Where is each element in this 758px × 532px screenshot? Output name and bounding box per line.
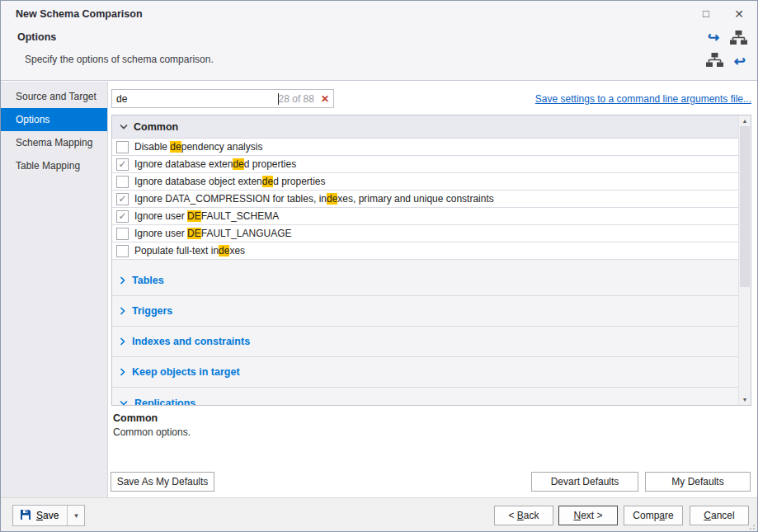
- option-label: Ignore user DEFAULT_LANGUAGE: [134, 228, 292, 239]
- redo-arrow-icon: ↪: [708, 31, 719, 45]
- checkbox[interactable]: ✓: [116, 210, 129, 223]
- checkbox[interactable]: ✓: [116, 245, 129, 257]
- section-label: Common: [134, 121, 178, 133]
- save-button[interactable]: Save: [13, 506, 67, 525]
- option-row-ignore-database-extended-properties[interactable]: ✓ Ignore database extended properties: [112, 156, 738, 173]
- option-label: Ignore database extended properties: [134, 158, 296, 170]
- sidebar-item-options[interactable]: Options: [1, 108, 107, 131]
- option-filter-box[interactable]: 28 of 88 ✕: [111, 89, 334, 108]
- option-row-ignore-user-default-language[interactable]: ✓ Ignore user DEFAULT_LANGUAGE: [112, 225, 738, 242]
- section-label: Indexes and constraints: [132, 336, 250, 347]
- option-label: Populate full-text indexes: [134, 245, 245, 257]
- resize-grip[interactable]: [747, 521, 756, 530]
- section-label: Replications: [134, 398, 195, 407]
- page-subtitle: Specify the options of schema comparison…: [25, 54, 214, 65]
- scrollbar-thumb[interactable]: [740, 126, 750, 287]
- scroll-down-button[interactable]: ▼: [739, 394, 751, 405]
- search-highlight: DE: [187, 210, 201, 222]
- option-label: Ignore DATA_COMPRESSION for tables, inde…: [134, 193, 494, 205]
- undo-arrow-icon: ↩: [734, 54, 746, 68]
- section-header-indexes-and-constraints[interactable]: Indexes and constraints: [112, 327, 738, 357]
- dialog-footer: Save ▼ < Back Next > Compare Cancel: [1, 497, 757, 531]
- scroll-down-icon: ▼: [742, 397, 748, 403]
- sidebar-item-table-mapping[interactable]: Table Mapping: [1, 154, 107, 177]
- checkbox[interactable]: ✓: [116, 228, 129, 240]
- my-defaults-button[interactable]: My Defaults: [645, 472, 751, 492]
- chevron-right-icon: [120, 337, 125, 346]
- section-header-replications[interactable]: Replications: [112, 388, 738, 406]
- scroll-up-icon: ▲: [742, 118, 748, 124]
- option-row-ignore-user-default-schema[interactable]: ✓ Ignore user DEFAULT_SCHEMA: [112, 208, 738, 225]
- common-options-list: ✓ Disable dependency analysis ✓ Ignore d…: [112, 139, 738, 260]
- sidebar-item-schema-mapping[interactable]: Schema Mapping: [1, 131, 107, 154]
- window-title: New Schema Comparison: [16, 8, 143, 20]
- option-description-title: Common: [113, 412, 158, 424]
- search-highlight: DE: [187, 228, 201, 239]
- scroll-up-button[interactable]: ▲: [739, 115, 751, 126]
- save-split-button: Save ▼: [12, 505, 85, 526]
- section-header-keep-objects-in-target[interactable]: Keep objects in target: [112, 357, 738, 388]
- search-highlight: de: [233, 158, 243, 170]
- maximize-button[interactable]: □: [694, 5, 718, 23]
- back-button[interactable]: < Back: [494, 506, 553, 525]
- page-title: Options: [17, 31, 56, 43]
- option-label: Ignore database object extended properti…: [134, 176, 326, 187]
- save-settings-link[interactable]: Save settings to a command line argument…: [535, 93, 751, 105]
- cancel-button[interactable]: Cancel: [690, 506, 749, 525]
- option-row-populate-full-text-indexes[interactable]: ✓ Populate full-text indexes: [112, 242, 738, 260]
- option-description-text: Common options.: [113, 426, 191, 438]
- compare-button[interactable]: Compare: [624, 506, 683, 525]
- options-page: 28 of 88 ✕ Save settings to a command li…: [109, 82, 758, 499]
- option-label: Disable dependency analysis: [134, 141, 262, 153]
- clear-search-button[interactable]: ✕: [321, 93, 329, 105]
- devart-defaults-button[interactable]: Devart Defaults: [531, 472, 638, 492]
- chevron-down-icon: [120, 400, 128, 406]
- save-button-label: Save: [36, 510, 59, 521]
- save-dropdown-button[interactable]: ▼: [67, 506, 84, 525]
- chevron-right-icon: [120, 276, 125, 285]
- section-header-tables[interactable]: Tables: [112, 266, 738, 296]
- dialog-header: New Schema Comparison □ ✕ Options Specif…: [1, 1, 757, 81]
- wizard-steps-sidebar: Source and Target Options Schema Mapping…: [1, 82, 108, 499]
- search-highlight: de: [327, 193, 337, 205]
- checkbox[interactable]: ✓: [116, 141, 129, 153]
- next-button[interactable]: Next >: [558, 506, 618, 525]
- chevron-right-icon: [120, 368, 125, 376]
- section-label: Keep objects in target: [132, 366, 240, 378]
- close-icon: ✕: [734, 7, 744, 21]
- maximize-icon: □: [703, 7, 709, 20]
- match-count: 28 of 88: [279, 93, 314, 105]
- checkbox[interactable]: ✓: [116, 176, 129, 188]
- search-highlight: de: [170, 141, 181, 153]
- search-highlight: de: [262, 176, 273, 187]
- clear-icon: ✕: [321, 93, 329, 105]
- sidebar-item-source-and-target[interactable]: Source and Target: [1, 85, 107, 108]
- chevron-down-icon: [120, 124, 128, 129]
- section-label: Tables: [132, 275, 164, 286]
- new-schema-comparison-dialog: New Schema Comparison □ ✕ Options Specif…: [0, 0, 758, 532]
- schema-tree-icon: [706, 53, 723, 67]
- chevron-right-icon: [120, 307, 125, 315]
- schema-tree-icon: [730, 31, 747, 45]
- option-row-ignore-database-object-extended-properties[interactable]: ✓ Ignore database object extended proper…: [112, 173, 738, 191]
- option-label: Ignore user DEFAULT_SCHEMA: [134, 210, 279, 222]
- save-as-my-defaults-button[interactable]: Save As My Defaults: [111, 472, 214, 492]
- option-row-disable-dependency-analysis[interactable]: ✓ Disable dependency analysis: [112, 139, 738, 156]
- section-header-common[interactable]: Common: [112, 115, 738, 139]
- collapsed-sections: Tables Triggers Indexes and constraints …: [112, 266, 738, 406]
- option-row-ignore-data-compression[interactable]: ✓ Ignore DATA_COMPRESSION for tables, in…: [112, 191, 738, 208]
- save-floppy-icon: [20, 509, 31, 523]
- vertical-scrollbar[interactable]: ▲ ▼: [738, 115, 751, 405]
- dropdown-arrow-icon: ▼: [73, 512, 79, 520]
- section-header-triggers[interactable]: Triggers: [112, 296, 738, 327]
- checkbox[interactable]: ✓: [116, 158, 129, 171]
- close-button[interactable]: ✕: [727, 5, 751, 23]
- section-label: Triggers: [132, 305, 172, 317]
- options-list-panel: Common ✓ Disable dependency analysis ✓ I…: [111, 115, 751, 406]
- checkbox[interactable]: ✓: [116, 193, 129, 205]
- search-highlight: de: [219, 245, 229, 257]
- schema-comparison-icon: ↪ ↩: [704, 31, 749, 68]
